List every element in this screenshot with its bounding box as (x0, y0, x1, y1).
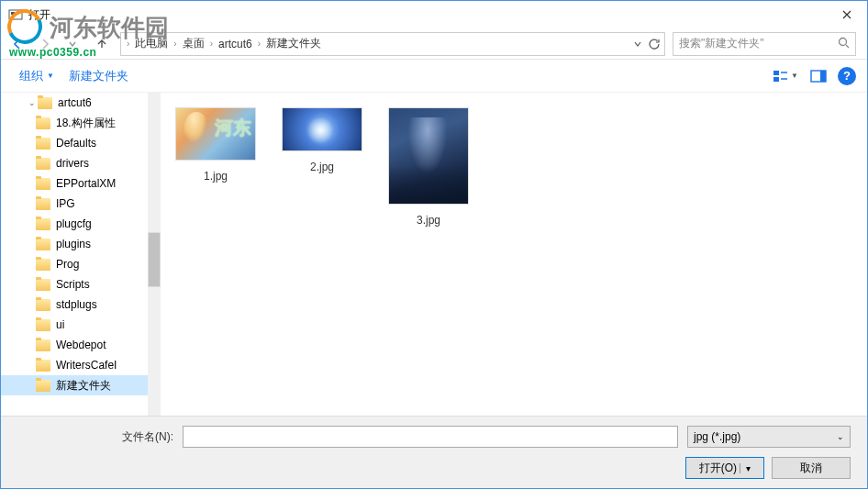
breadcrumb-item[interactable]: artcut6 (215, 38, 256, 50)
tree-item[interactable]: Defaults (1, 133, 148, 153)
folder-icon (36, 319, 50, 331)
folder-icon (36, 259, 50, 271)
svg-rect-4 (773, 77, 779, 82)
file-name: 3.jpg (383, 214, 474, 227)
chevron-down-icon[interactable] (633, 39, 642, 49)
app-icon (8, 7, 23, 22)
tree-item[interactable]: 18.构件属性 (1, 113, 148, 133)
organize-button[interactable]: 组织▼ (12, 64, 61, 88)
folder-icon (36, 178, 50, 190)
nav-back-button[interactable] (5, 31, 30, 57)
sidebar-scrollbar[interactable] (148, 93, 161, 416)
search-input[interactable]: 搜索"新建文件夹" (673, 32, 856, 56)
navbar: › 此电脑 › 桌面 › artcut6 › 新建文件夹 搜索"新建文件夹" (1, 28, 867, 60)
file-item[interactable]: 2.jpg (276, 107, 368, 173)
nav-forward-button[interactable] (32, 31, 58, 57)
file-thumbnail (388, 107, 469, 205)
tree-parent[interactable]: ⌄ artcut6 (1, 93, 148, 113)
tree-item[interactable]: Webdepot (1, 335, 148, 355)
arrow-right-icon (38, 37, 52, 51)
file-thumbnail: 河东 (175, 107, 256, 161)
nav-recent-button[interactable] (60, 31, 85, 57)
cancel-button[interactable]: 取消 (772, 457, 851, 479)
search-icon[interactable] (838, 37, 850, 51)
help-button[interactable]: ? (838, 67, 856, 85)
folder-icon (36, 299, 50, 311)
file-name: 2.jpg (276, 161, 368, 173)
arrow-up-icon (95, 38, 108, 50)
folder-icon (36, 158, 50, 170)
filename-label: 文件名(N): (17, 429, 173, 445)
preview-pane-button[interactable] (805, 65, 832, 87)
folder-icon (36, 138, 50, 150)
scrollbar-thumb[interactable] (148, 232, 161, 287)
view-mode-button[interactable]: ▼ (772, 65, 799, 87)
chevron-down-icon (68, 39, 77, 49)
tree-item[interactable]: drivers (1, 153, 148, 173)
chevron-down-icon: ⌄ (837, 432, 844, 441)
tree-item[interactable]: Scripts (1, 274, 148, 295)
refresh-icon[interactable] (648, 38, 661, 50)
tree-item[interactable]: Prog (1, 254, 148, 274)
footer: 文件名(N): jpg (*.jpg) ⌄ 打开(O) ▾ 取消 (1, 416, 867, 488)
window-title: 打开 (28, 7, 50, 23)
breadcrumb-item[interactable]: 新建文件夹 (262, 36, 325, 51)
search-placeholder: 搜索"新建文件夹" (679, 36, 764, 51)
folder-icon (36, 198, 50, 210)
file-name: 1.jpg (170, 170, 262, 183)
folder-icon (36, 239, 50, 250)
titlebar: 打开 (1, 1, 867, 28)
folder-icon (36, 360, 50, 372)
folder-icon (36, 279, 50, 291)
close-icon (842, 10, 851, 19)
file-thumbnail (282, 107, 362, 151)
breadcrumb-item[interactable]: 桌面 (179, 36, 208, 51)
tree-item-selected[interactable]: 新建文件夹 (1, 375, 148, 395)
thumbnails-icon (773, 70, 789, 83)
nav-up-button[interactable] (91, 33, 113, 55)
filename-input[interactable] (183, 426, 678, 448)
svg-rect-3 (773, 71, 779, 75)
open-dialog: 河东软件园 www.pc0359.cn 打开 › (0, 0, 868, 489)
tree-item[interactable]: plugcfg (1, 214, 148, 234)
folder-icon (36, 218, 50, 230)
breadcrumb[interactable]: › 此电脑 › 桌面 › artcut6 › 新建文件夹 (120, 32, 665, 56)
file-type-filter[interactable]: jpg (*.jpg) ⌄ (687, 426, 851, 448)
open-button[interactable]: 打开(O) ▾ (685, 457, 764, 479)
tree-item[interactable]: EPPortalXM (1, 173, 148, 194)
folder-icon (38, 97, 52, 109)
folder-tree[interactable]: ⌄ artcut6 18.构件属性 Defaults drivers EPPor… (1, 93, 148, 416)
folder-icon (36, 117, 50, 129)
tree-item[interactable]: IPG (1, 194, 148, 214)
tree-item[interactable]: stdplugs (1, 295, 148, 315)
preview-icon (810, 70, 827, 83)
tree-item[interactable]: WritersCafeI (1, 355, 148, 375)
new-folder-button[interactable]: 新建文件夹 (61, 64, 136, 88)
svg-point-2 (840, 38, 847, 45)
folder-icon (36, 339, 50, 351)
tree-item[interactable]: ui (1, 315, 148, 335)
file-list[interactable]: 河东 1.jpg 2.jpg 3.jpg (161, 93, 867, 416)
svg-rect-1 (11, 12, 15, 15)
svg-rect-6 (820, 71, 826, 82)
arrow-left-icon (10, 37, 25, 51)
toolbar: 组织▼ 新建文件夹 ▼ ? (1, 60, 867, 93)
close-button[interactable] (826, 1, 867, 28)
folder-icon (36, 380, 50, 392)
file-item[interactable]: 3.jpg (383, 107, 474, 227)
file-item[interactable]: 河东 1.jpg (170, 107, 262, 183)
tree-item[interactable]: plugins (1, 234, 148, 254)
breadcrumb-item[interactable]: 此电脑 (131, 36, 172, 51)
